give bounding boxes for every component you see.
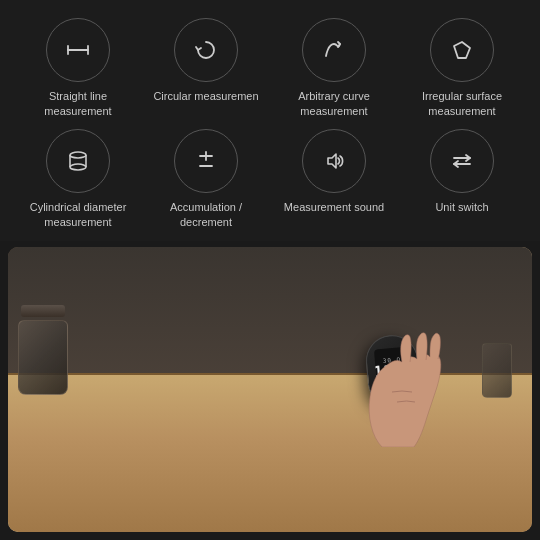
svg-marker-10 (328, 154, 336, 168)
feature-cylindrical: Cylindrical diameter measurement (16, 129, 140, 230)
circular-label: Circular measuremen (153, 89, 258, 104)
accumulation-icon (190, 145, 222, 177)
feature-accumulation: Accumulation / decrement (144, 129, 268, 230)
arbitrary-curve-label: Arbitrary curve measurement (272, 89, 396, 119)
hand-illustration (342, 327, 472, 447)
unit-switch-label: Unit switch (435, 200, 488, 215)
photo-section: 30 Ω 1142 (8, 247, 532, 532)
glass-jar-left (16, 305, 71, 395)
accumulation-icon-circle (174, 129, 238, 193)
accumulation-label: Accumulation / decrement (144, 200, 268, 230)
glass-jar-body (18, 320, 68, 395)
cylindrical-label: Cylindrical diameter measurement (16, 200, 140, 230)
circular-icon-circle (174, 18, 238, 82)
photo-background: 30 Ω 1142 (8, 247, 532, 532)
irregular-surface-label: Irregular surface measurement (400, 89, 524, 119)
measurement-sound-icon-circle (302, 129, 366, 193)
cylindrical-icon (62, 145, 94, 177)
arbitrary-curve-icon (318, 34, 350, 66)
unit-switch-icon (446, 145, 478, 177)
circular-icon (190, 34, 222, 66)
straight-line-label: Straight line measurement (16, 89, 140, 119)
measurement-sound-label: Measurement sound (284, 200, 384, 215)
cylindrical-icon-circle (46, 129, 110, 193)
features-section: Straight line measurement Circular measu… (0, 0, 540, 241)
svg-point-3 (70, 152, 86, 158)
feature-irregular-surface: Irregular surface measurement (400, 18, 524, 119)
feature-circular: Circular measuremen (144, 18, 268, 119)
arbitrary-curve-icon-circle (302, 18, 366, 82)
feature-measurement-sound: Measurement sound (272, 129, 396, 230)
straight-line-icon (62, 34, 94, 66)
measurement-sound-icon (318, 145, 350, 177)
feature-straight-line: Straight line measurement (16, 18, 140, 119)
irregular-surface-icon (446, 34, 478, 66)
glass-jar-right (482, 343, 512, 398)
feature-arbitrary-curve: Arbitrary curve measurement (272, 18, 396, 119)
svg-point-6 (70, 164, 86, 170)
unit-switch-icon-circle (430, 129, 494, 193)
straight-line-icon-circle (46, 18, 110, 82)
hand-svg (342, 327, 472, 447)
glass-jar-lid (21, 305, 65, 317)
irregular-surface-icon-circle (430, 18, 494, 82)
feature-unit-switch: Unit switch (400, 129, 524, 230)
features-grid: Straight line measurement Circular measu… (16, 18, 524, 229)
